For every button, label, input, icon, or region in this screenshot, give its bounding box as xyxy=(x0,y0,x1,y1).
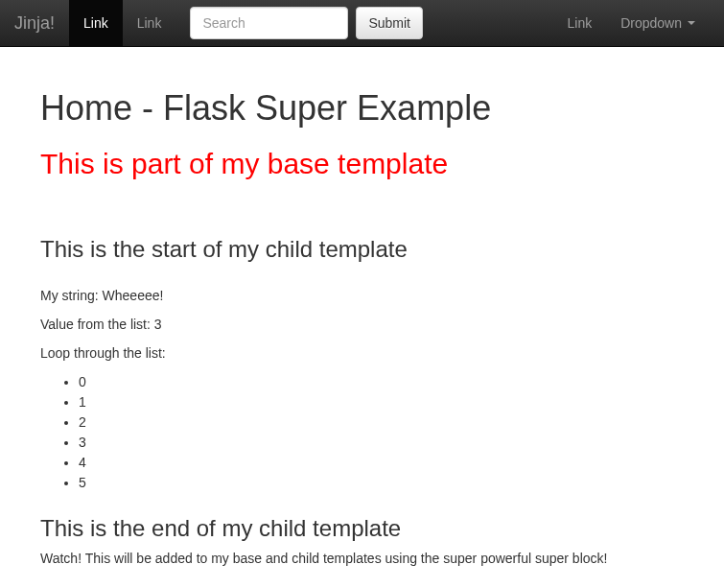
list-item: 5 xyxy=(79,473,684,493)
list-item: 0 xyxy=(79,372,684,392)
string-line: My string: Wheeeee! xyxy=(40,286,684,305)
list-value: 3 xyxy=(154,317,162,332)
list-value-label: Value from the list: xyxy=(40,317,154,332)
super-block-text: Watch! This will be added to my base and… xyxy=(40,549,684,568)
list-item: 1 xyxy=(79,392,684,412)
nav-item-dropdown[interactable]: Dropdown xyxy=(606,0,710,46)
main-container: Home - Flask Super Example This is part … xyxy=(0,83,724,568)
nav-right-link[interactable]: Link xyxy=(552,0,606,46)
list-item: 3 xyxy=(79,433,684,453)
navbar-left: Link Link xyxy=(69,0,175,46)
loop-list: 0 1 2 3 4 5 xyxy=(40,372,684,493)
child-start-heading: This is the start of my child template xyxy=(40,233,684,266)
submit-button[interactable]: Submit xyxy=(356,7,423,39)
dropdown-label: Dropdown xyxy=(620,13,682,33)
nav-item-link-2[interactable]: Link xyxy=(123,0,176,46)
loop-label: Loop through the list: xyxy=(40,343,684,363)
navbar-search-form: Submit xyxy=(175,0,437,46)
nav-item-right-link[interactable]: Link xyxy=(552,0,606,46)
chevron-down-icon xyxy=(688,21,695,25)
nav-item-link-1[interactable]: Link xyxy=(69,0,123,46)
nav-link-1[interactable]: Link xyxy=(69,0,123,46)
string-line-label: My string: xyxy=(40,288,103,303)
navbar-brand[interactable]: Jinja! xyxy=(0,0,69,46)
navbar-right: Link Dropdown xyxy=(552,0,710,46)
search-input[interactable] xyxy=(190,7,348,39)
base-template-heading: This is part of my base template xyxy=(40,144,684,185)
nav-dropdown-toggle[interactable]: Dropdown xyxy=(606,0,710,46)
list-item: 4 xyxy=(79,453,684,473)
string-line-value: Wheeeee! xyxy=(103,288,164,303)
list-value-line: Value from the list: 3 xyxy=(40,315,684,334)
navbar: Jinja! Link Link Submit Link Dropdown xyxy=(0,0,724,47)
list-item: 2 xyxy=(79,412,684,433)
page-title: Home - Flask Super Example xyxy=(40,83,684,132)
child-end-heading: This is the end of my child template xyxy=(40,512,684,545)
nav-link-2[interactable]: Link xyxy=(123,0,176,46)
